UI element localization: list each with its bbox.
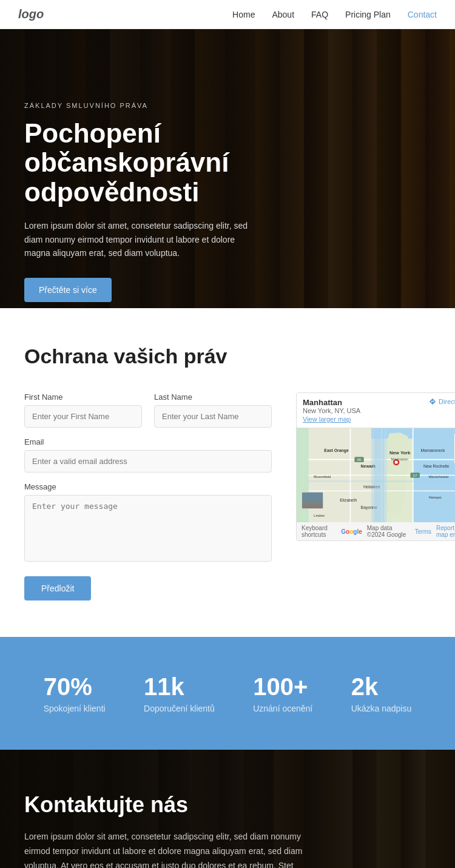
nav-item-pricing[interactable]: Pricing Plan bbox=[345, 9, 391, 20]
svg-text:Hempst.: Hempst. bbox=[429, 496, 443, 499]
svg-text:Elizabeth: Elizabeth bbox=[340, 498, 357, 502]
directions-icon bbox=[429, 398, 436, 405]
map-view-larger-link[interactable]: View larger map bbox=[303, 415, 360, 423]
nav-item-about[interactable]: About bbox=[272, 9, 294, 20]
svg-text:Newark: Newark bbox=[361, 464, 376, 468]
nav-item-home[interactable]: Home bbox=[232, 9, 255, 20]
stat-item-0: 70% Spokojení klienti bbox=[44, 673, 106, 713]
nav-item-faq[interactable]: FAQ bbox=[311, 9, 328, 20]
nav-link-about[interactable]: About bbox=[272, 10, 294, 19]
stats-section: 70% Spokojení klienti 11k Doporučení kli… bbox=[0, 637, 455, 750]
nav-link-pricing[interactable]: Pricing Plan bbox=[345, 10, 391, 19]
svg-text:27: 27 bbox=[413, 474, 417, 477]
hero-subtitle: ZÁKLADY SMLUVNÍHO PRÁVA bbox=[24, 102, 249, 109]
directions-label: Directions bbox=[439, 398, 455, 405]
map-header: Manhattan New York, NY, USA View larger … bbox=[297, 393, 455, 428]
stat-item-3: 2k Ukázka nadpisu bbox=[351, 673, 412, 713]
email-input[interactable] bbox=[24, 450, 272, 473]
svg-text:New Rochelle: New Rochelle bbox=[423, 464, 450, 468]
google-logo: Google bbox=[341, 528, 362, 535]
navigation: logo Home About FAQ Pricing Plan Contact bbox=[0, 0, 455, 29]
svg-text:Linden: Linden bbox=[314, 514, 325, 517]
message-input[interactable] bbox=[24, 495, 272, 562]
last-name-label: Last Name bbox=[154, 392, 272, 402]
svg-text:95: 95 bbox=[357, 458, 362, 462]
protection-section: Ochrana vašich práv First Name Last Name… bbox=[0, 308, 455, 637]
contact-title: Kontaktujte nás bbox=[24, 792, 309, 818]
contact-description: Lorem ipsum dolor sit amet, consetetur s… bbox=[24, 830, 309, 868]
nav-link-contact[interactable]: Contact bbox=[408, 10, 437, 19]
svg-text:Manhattan: Manhattan bbox=[391, 457, 408, 461]
stat-label-3: Ukázka nadpisu bbox=[351, 704, 412, 713]
nav-link-faq[interactable]: FAQ bbox=[311, 10, 328, 19]
hero-section: ZÁKLADY SMLUVNÍHO PRÁVA Pochopení občans… bbox=[0, 29, 455, 308]
svg-text:New York: New York bbox=[389, 450, 411, 456]
hero-title: Pochopení občanskoprávní odpovědnosti bbox=[24, 119, 249, 207]
email-group: Email bbox=[24, 437, 272, 473]
svg-text:Mamaroneck: Mamaroneck bbox=[421, 448, 445, 453]
map-terms[interactable]: Terms bbox=[415, 528, 431, 535]
map-directions-button[interactable]: Directions bbox=[429, 398, 455, 405]
stat-item-2: 100+ Uznání ocenění bbox=[253, 673, 312, 713]
map-street-view-thumbnail[interactable] bbox=[302, 492, 323, 509]
nav-link-home[interactable]: Home bbox=[232, 10, 255, 19]
email-label: Email bbox=[24, 437, 272, 446]
stat-label-2: Uznání ocenění bbox=[253, 704, 312, 713]
hero-content: ZÁKLADY SMLUVNÍHO PRÁVA Pochopení občans… bbox=[0, 29, 273, 308]
protection-title: Ochrana vašich práv bbox=[24, 345, 431, 368]
contact-form: First Name Last Name Email Message Předl… bbox=[24, 392, 272, 601]
map-keyboard-shortcuts: Keyboard shortcuts bbox=[302, 525, 341, 538]
map-image: 95 27 East Orange Newark New York Manhat… bbox=[297, 428, 455, 522]
map-location-name: Manhattan bbox=[303, 398, 360, 407]
svg-text:Westchester: Westchester bbox=[429, 475, 449, 479]
first-name-input[interactable] bbox=[24, 405, 142, 428]
contact-section: Kontaktujte nás Lorem ipsum dolor sit am… bbox=[0, 750, 455, 868]
submit-button[interactable]: Předložit bbox=[24, 576, 91, 601]
message-label: Message bbox=[24, 482, 272, 491]
map-container: Manhattan New York, NY, USA View larger … bbox=[296, 392, 455, 541]
contact-content: Kontaktujte nás Lorem ipsum dolor sit am… bbox=[24, 792, 309, 868]
stat-number-1: 11k bbox=[144, 673, 215, 700]
last-name-input[interactable] bbox=[154, 405, 272, 428]
stat-item-1: 11k Doporučení klientů bbox=[144, 673, 215, 713]
nav-item-contact[interactable]: Contact bbox=[408, 9, 437, 20]
logo: logo bbox=[18, 7, 44, 21]
map-report-error[interactable]: Report a map error bbox=[436, 525, 455, 538]
stat-label-1: Doporučení klientů bbox=[144, 704, 215, 713]
svg-rect-31 bbox=[374, 428, 384, 522]
last-name-group: Last Name bbox=[154, 392, 272, 428]
nav-links: Home About FAQ Pricing Plan Contact bbox=[232, 9, 437, 20]
stat-number-0: 70% bbox=[44, 673, 106, 700]
first-name-group: First Name bbox=[24, 392, 142, 428]
name-row: First Name Last Name bbox=[24, 392, 272, 428]
message-group: Message bbox=[24, 482, 272, 562]
map-data-text: Map data ©2024 Google bbox=[367, 525, 410, 538]
hero-description: Lorem ipsum dolor sit amet, consetetur s… bbox=[24, 219, 249, 260]
map-footer: Keyboard shortcuts Google Map data ©2024… bbox=[297, 522, 455, 540]
map-location-address: New York, NY, USA bbox=[303, 407, 360, 414]
map-section: Manhattan New York, NY, USA View larger … bbox=[296, 392, 455, 601]
protection-content: First Name Last Name Email Message Předl… bbox=[24, 392, 431, 601]
svg-rect-32 bbox=[308, 480, 455, 482]
stat-number-2: 100+ bbox=[253, 673, 312, 700]
hero-cta-button[interactable]: Přečtěte si více bbox=[24, 278, 112, 302]
svg-text:Bloomfield: Bloomfield bbox=[314, 475, 331, 479]
stat-number-3: 2k bbox=[351, 673, 412, 700]
first-name-label: First Name bbox=[24, 392, 142, 402]
stat-label-0: Spokojení klienti bbox=[44, 704, 106, 713]
svg-text:East Orange: East Orange bbox=[324, 448, 349, 453]
